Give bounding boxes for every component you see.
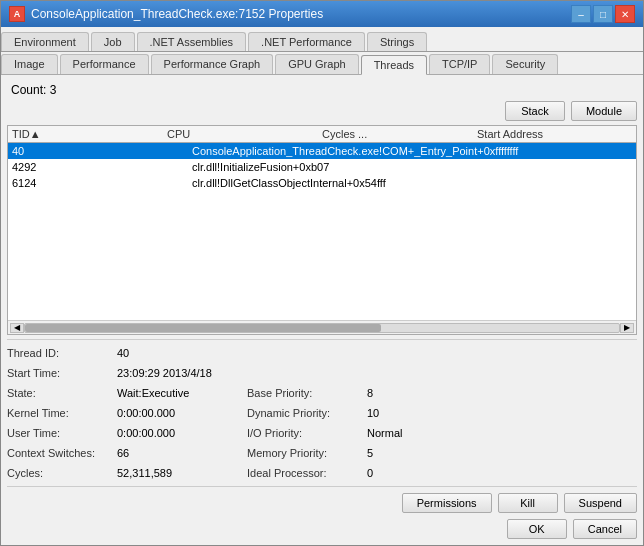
table-row[interactable]: 4292 clr.dll!InitializeFusion+0xb07 [8,159,636,175]
table-row[interactable]: 6124 clr.dll!DllGetClassObjectInternal+0… [8,175,636,191]
col-header-cycles[interactable]: Cycles ... [322,128,477,140]
cell-cycles [112,145,192,157]
context-switches-row: Context Switches: 66 Memory Priority: 5 [7,444,637,462]
scroll-right-button[interactable]: ▶ [620,323,634,333]
tab-environment[interactable]: Environment [1,32,89,51]
count-label: Count: [11,83,46,97]
thread-id-value: 40 [117,347,247,359]
stack-button[interactable]: Stack [505,101,565,121]
app-icon: A [9,6,25,22]
scrollbar-thumb [25,324,381,332]
cell-cpu [62,145,112,157]
count-row: Count: 3 [7,81,637,101]
tab-net-performance[interactable]: .NET Performance [248,32,365,51]
threads-table: TID▲ CPU Cycles ... Start Address 40 Con… [7,125,637,335]
start-time-value: 23:09:29 2013/4/18 [117,367,247,379]
content-area: Count: 3 Stack Module TID▲ CPU Cycles ..… [1,75,643,545]
ideal-processor-label: Ideal Processor: [247,467,367,479]
tab-strings[interactable]: Strings [367,32,427,51]
cancel-button[interactable]: Cancel [573,519,637,539]
tab-performance[interactable]: Performance [60,54,149,74]
ok-cancel-row: OK Cancel [7,515,637,539]
io-priority-label: I/O Priority: [247,427,367,439]
cell-start: ConsoleApplication_ThreadCheck.exe!COM+_… [192,145,632,157]
cell-tid: 4292 [12,161,62,173]
base-priority-label: Base Priority: [247,387,367,399]
table-body: 40 ConsoleApplication_ThreadCheck.exe!CO… [8,143,636,320]
ok-button[interactable]: OK [507,519,567,539]
tab-gpu-graph[interactable]: GPU Graph [275,54,358,74]
tab-threads[interactable]: Threads [361,55,427,75]
cycles-label: Cycles: [7,467,117,479]
tab-row-2: Image Performance Performance Graph GPU … [1,52,643,75]
start-time-row: Start Time: 23:09:29 2013/4/18 [7,364,637,382]
cell-start: clr.dll!InitializeFusion+0xb07 [192,161,632,173]
bottom-actions: Permissions Kill Suspend [7,486,637,515]
memory-priority-label: Memory Priority: [247,447,367,459]
cycles-value: 52,311,589 [117,467,247,479]
cell-cpu [62,161,112,173]
tab-performance-graph[interactable]: Performance Graph [151,54,274,74]
cell-tid: 6124 [12,177,62,189]
cycles-row: Cycles: 52,311,589 Ideal Processor: 0 [7,464,637,482]
module-button[interactable]: Module [571,101,637,121]
permissions-button[interactable]: Permissions [402,493,492,513]
col-header-start[interactable]: Start Address [477,128,632,140]
thread-info-section: Thread ID: 40 Start Time: 23:09:29 2013/… [7,339,637,486]
maximize-button[interactable]: □ [593,5,613,23]
cell-cycles [112,161,192,173]
count-value: 3 [50,83,57,97]
kill-button[interactable]: Kill [498,493,558,513]
kernel-time-label: Kernel Time: [7,407,117,419]
io-priority-value: Normal [367,427,402,439]
col-header-tid: TID▲ [12,128,167,140]
kernel-time-row: Kernel Time: 0:00:00.000 Dynamic Priorit… [7,404,637,422]
close-button[interactable]: ✕ [615,5,635,23]
window-title: ConsoleApplication_ThreadCheck.exe:7152 … [31,7,323,21]
title-bar: A ConsoleApplication_ThreadCheck.exe:715… [1,1,643,27]
context-switches-label: Context Switches: [7,447,117,459]
tab-tcpip[interactable]: TCP/IP [429,54,490,74]
user-time-value: 0:00:00.000 [117,427,247,439]
cell-start: clr.dll!DllGetClassObjectInternal+0x54ff… [192,177,632,189]
ideal-processor-value: 0 [367,467,373,479]
memory-priority-value: 5 [367,447,373,459]
state-row: State: Wait:Executive Base Priority: 8 [7,384,637,402]
stack-module-row: Stack Module [7,101,637,121]
cell-cpu [62,177,112,189]
window-controls: – □ ✕ [571,5,635,23]
col-header-cpu[interactable]: CPU [167,128,322,140]
thread-id-row: Thread ID: 40 [7,344,637,362]
kernel-time-value: 0:00:00.000 [117,407,247,419]
app-icon-letter: A [14,9,21,19]
base-priority-value: 8 [367,387,373,399]
title-bar-left: A ConsoleApplication_ThreadCheck.exe:715… [9,6,323,22]
start-time-label: Start Time: [7,367,117,379]
tab-row-1: Environment Job .NET Assemblies .NET Per… [1,27,643,52]
horizontal-scrollbar[interactable] [24,323,620,333]
tab-net-assemblies[interactable]: .NET Assemblies [137,32,247,51]
context-switches-value: 66 [117,447,247,459]
state-label: State: [7,387,117,399]
thread-id-label: Thread ID: [7,347,117,359]
cell-cycles [112,177,192,189]
minimize-button[interactable]: – [571,5,591,23]
tab-job[interactable]: Job [91,32,135,51]
scroll-left-button[interactable]: ◀ [10,323,24,333]
horizontal-scrollbar-row: ◀ ▶ [8,320,636,334]
tab-image[interactable]: Image [1,54,58,74]
tab-security[interactable]: Security [492,54,558,74]
cell-tid: 40 [12,145,62,157]
user-time-row: User Time: 0:00:00.000 I/O Priority: Nor… [7,424,637,442]
table-header: TID▲ CPU Cycles ... Start Address [8,126,636,143]
suspend-button[interactable]: Suspend [564,493,637,513]
dynamic-priority-label: Dynamic Priority: [247,407,367,419]
dynamic-priority-value: 10 [367,407,379,419]
table-row[interactable]: 40 ConsoleApplication_ThreadCheck.exe!CO… [8,143,636,159]
user-time-label: User Time: [7,427,117,439]
main-window: A ConsoleApplication_ThreadCheck.exe:715… [0,0,644,546]
state-value: Wait:Executive [117,387,247,399]
